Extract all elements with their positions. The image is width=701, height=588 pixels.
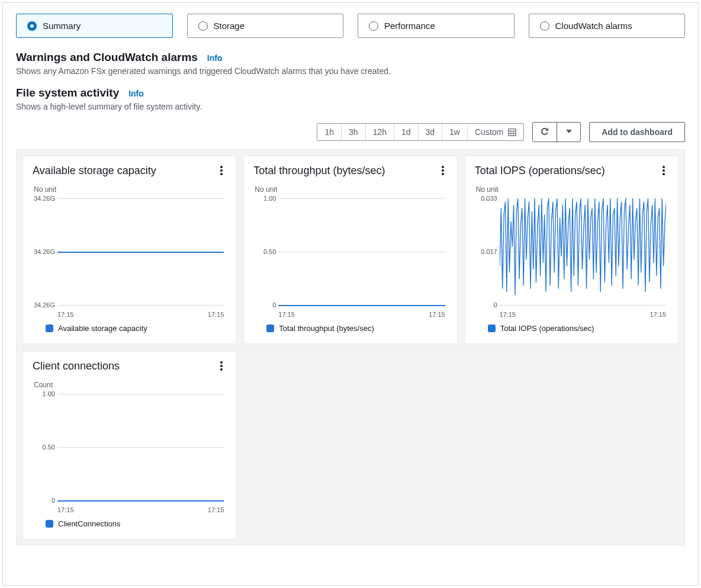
- section-warnings: Warnings and CloudWatch alarms Info Show…: [16, 51, 685, 76]
- info-link[interactable]: Info: [128, 89, 144, 98]
- legend-swatch: [488, 324, 496, 332]
- ytick: 0.017: [470, 248, 497, 255]
- tab-label: Storage: [214, 21, 245, 31]
- refresh-button[interactable]: [533, 123, 557, 142]
- panel-menu-button[interactable]: [437, 165, 449, 176]
- chart-clients: 1.00 0.50 0 17:15 17:15: [57, 394, 224, 500]
- panel-unit: No unit: [475, 185, 668, 194]
- legend: Available storage capacity: [33, 324, 226, 333]
- panel-title: Available storage capacity: [33, 165, 226, 177]
- tab-row: Summary Storage Performance CloudWatch a…: [16, 14, 685, 38]
- gridline: [57, 447, 224, 448]
- data-line: [278, 305, 445, 306]
- range-1h[interactable]: 1h: [317, 124, 341, 140]
- chart-iops: 0.033 0.017 0 17:15 17:15: [500, 198, 666, 305]
- tab-summary[interactable]: Summary: [16, 14, 173, 38]
- xtick: 17:15: [278, 311, 295, 318]
- panel-menu-button[interactable]: [658, 165, 670, 176]
- panels-area: Available storage capacity No unit 34.26…: [16, 149, 685, 546]
- ytick: 0.033: [470, 195, 497, 202]
- calendar-icon: [508, 128, 516, 136]
- legend-label: Total throughput (bytes/sec): [279, 324, 374, 333]
- ytick: 0: [470, 301, 497, 309]
- refresh-menu-button[interactable]: [557, 123, 580, 142]
- activity-toolbar: 1h 3h 12h 1d 3d 1w Custom: [16, 122, 685, 142]
- svg-rect-0: [509, 129, 516, 136]
- x-axis: 17:15 17:15: [57, 506, 224, 513]
- xtick: 17:15: [649, 311, 666, 318]
- panel-iops: Total IOPS (operations/sec) No unit 0.03…: [465, 156, 679, 344]
- range-3d[interactable]: 3d: [418, 124, 442, 140]
- gridline: [57, 198, 224, 199]
- legend-swatch: [46, 520, 53, 528]
- radio-icon: [198, 21, 208, 31]
- gridline: [278, 252, 445, 252]
- panels-row-2: Client connections Count 1.00 0.50 0 17:…: [22, 351, 679, 539]
- gridline: [57, 305, 224, 306]
- tab-label: Performance: [384, 21, 435, 31]
- caret-down-icon: [565, 128, 573, 137]
- section-activity: File system activity Info Shows a high-l…: [16, 86, 685, 111]
- xtick: 17:15: [208, 311, 224, 318]
- chart-storage: 34.26G 34.26G 34.26G 17:15 17:15: [57, 198, 224, 305]
- panel-menu-button[interactable]: [216, 360, 227, 372]
- svg-point-16: [220, 368, 223, 371]
- gridline: [57, 394, 224, 394]
- section-desc: Shows a high-level summary of file syste…: [16, 102, 685, 111]
- range-3h[interactable]: 3h: [341, 124, 365, 140]
- refresh-split-button: [532, 122, 581, 142]
- legend: Total IOPS (operations/sec): [475, 324, 668, 333]
- range-12h[interactable]: 12h: [365, 124, 394, 140]
- legend-swatch: [46, 324, 53, 332]
- svg-point-7: [220, 173, 223, 175]
- legend-swatch: [266, 324, 274, 332]
- tab-performance[interactable]: Performance: [358, 14, 515, 38]
- ytick: 34.26G: [28, 248, 55, 255]
- time-range-group: 1h 3h 12h 1d 3d 1w Custom: [317, 123, 524, 141]
- ytick: 34.26G: [28, 301, 55, 309]
- ytick: 34.26G: [28, 195, 55, 202]
- xtick: 17:15: [208, 506, 224, 513]
- svg-point-9: [442, 169, 444, 172]
- data-line: [57, 252, 224, 253]
- radio-icon: [369, 21, 378, 31]
- range-custom-label: Custom: [475, 127, 503, 137]
- x-axis: 17:15 17:15: [500, 311, 666, 318]
- legend-label: ClientConnections: [58, 519, 121, 528]
- xtick: 17:15: [57, 311, 74, 318]
- panels-row-1: Available storage capacity No unit 34.26…: [22, 156, 679, 344]
- section-title: Warnings and CloudWatch alarms: [16, 51, 198, 63]
- panel-unit: No unit: [253, 185, 447, 194]
- svg-point-14: [220, 361, 223, 364]
- tab-label: Summary: [43, 21, 81, 31]
- tab-cloudwatch-alarms[interactable]: CloudWatch alarms: [529, 14, 686, 38]
- svg-point-15: [220, 365, 223, 367]
- add-to-dashboard-button[interactable]: Add to dashboard: [589, 122, 685, 142]
- xtick: 17:15: [500, 311, 516, 318]
- range-1w[interactable]: 1w: [442, 124, 467, 140]
- ytick: 1.00: [249, 195, 276, 202]
- legend: ClientConnections: [33, 519, 226, 528]
- legend: Total throughput (bytes/sec): [253, 324, 447, 333]
- x-axis: 17:15 17:15: [278, 311, 445, 318]
- ytick: 0.50: [28, 444, 55, 451]
- range-1d[interactable]: 1d: [394, 124, 418, 140]
- chart-throughput: 1.00 0.50 0 17:15 17:15: [278, 198, 445, 305]
- panel-menu-button[interactable]: [216, 165, 227, 176]
- tab-label: CloudWatch alarms: [555, 21, 632, 31]
- range-custom[interactable]: Custom: [467, 124, 523, 140]
- tab-storage[interactable]: Storage: [187, 14, 344, 38]
- panel-title: Total IOPS (operations/sec): [475, 165, 668, 177]
- refresh-icon: [540, 127, 549, 138]
- info-link[interactable]: Info: [207, 53, 223, 63]
- panel-storage: Available storage capacity No unit 34.26…: [22, 156, 236, 344]
- section-title: File system activity: [16, 86, 119, 99]
- xtick: 17:15: [57, 506, 74, 513]
- panel-title: Client connections: [33, 360, 226, 372]
- panel-title: Total throughput (bytes/sec): [253, 165, 447, 177]
- gridline: [278, 198, 445, 199]
- panel-clients: Client connections Count 1.00 0.50 0 17:…: [22, 351, 236, 539]
- radio-icon: [27, 21, 37, 31]
- xtick: 17:15: [429, 311, 445, 318]
- svg-point-8: [442, 166, 444, 168]
